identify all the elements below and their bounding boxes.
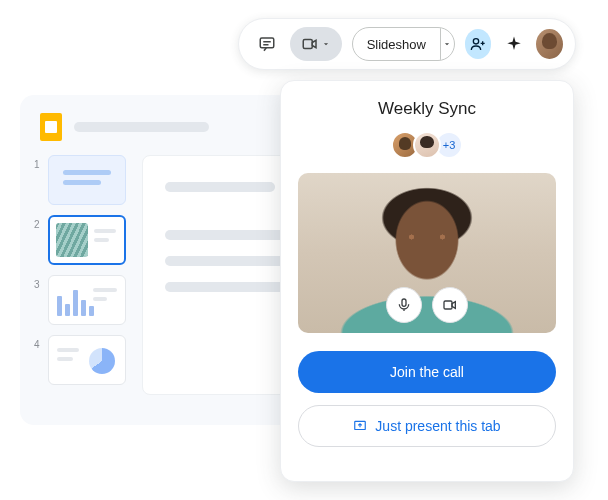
sparkle-icon [505,35,523,53]
participant-avatars: +3 [391,131,463,159]
meeting-title: Weekly Sync [378,99,476,119]
svg-point-4 [473,39,478,44]
microphone-icon [396,297,412,313]
slide-thumbnail-4[interactable] [48,335,126,385]
camera-icon [301,35,319,53]
svg-rect-5 [402,299,406,306]
svg-rect-3 [303,40,312,49]
camera-toggle-button[interactable] [432,287,468,323]
meet-camera-button[interactable] [290,27,342,61]
join-call-button[interactable]: Join the call [298,351,556,393]
slide-number: 1 [34,155,42,170]
share-button[interactable] [465,29,492,59]
slide-thumbnail-panel: 1 2 3 [34,155,126,395]
comment-history-button[interactable] [255,30,280,58]
slide-number: 2 [34,215,42,230]
chevron-down-icon [442,39,452,49]
slideshow-button[interactable]: Slideshow [353,28,440,60]
svg-rect-6 [444,301,452,309]
camera-icon [442,297,458,313]
slideshow-dropdown-button[interactable] [440,28,454,60]
slide-thumbnail-2[interactable] [48,215,126,265]
slide-number: 3 [34,275,42,290]
video-controls [386,287,468,323]
slides-logo-icon [40,113,62,141]
top-toolbar: Slideshow [238,18,576,70]
person-add-icon [470,36,486,52]
slide-thumbnail-1[interactable] [48,155,126,205]
gemini-sparkle-button[interactable] [501,30,526,58]
participant-avatar [413,131,441,159]
present-icon [353,419,367,433]
present-tab-button[interactable]: Just present this tab [298,405,556,447]
account-avatar[interactable] [536,29,563,59]
document-title-placeholder [74,122,209,132]
self-video-preview [298,173,556,333]
meet-join-card: Weekly Sync +3 Join the call Just presen… [280,80,574,482]
slideshow-split-button: Slideshow [352,27,455,61]
present-tab-label: Just present this tab [375,418,500,434]
slide-number: 4 [34,335,42,350]
slide-thumbnail-3[interactable] [48,275,126,325]
svg-rect-0 [261,38,275,48]
microphone-toggle-button[interactable] [386,287,422,323]
chevron-down-icon [321,39,331,49]
